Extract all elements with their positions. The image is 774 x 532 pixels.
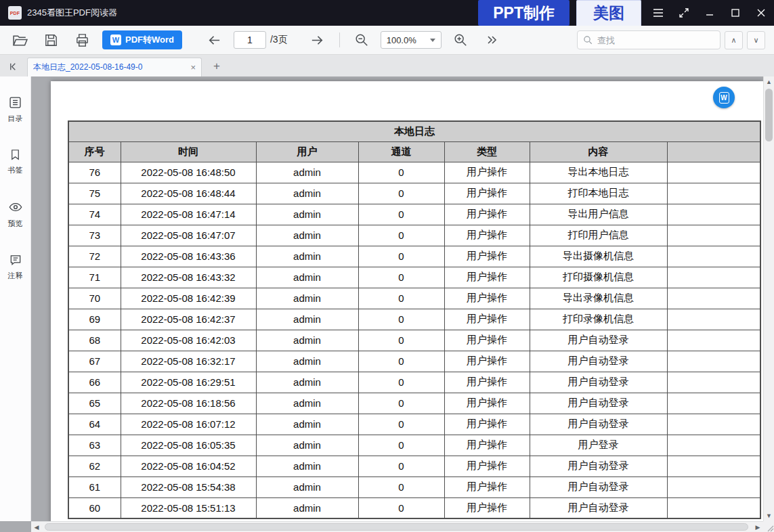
toolbar-divider <box>339 32 340 47</box>
log-cell: admin <box>256 456 358 476</box>
log-cell: admin <box>256 267 358 288</box>
horizontal-scroll-thumb[interactable] <box>45 523 748 531</box>
find-next-button[interactable]: ∨ <box>747 31 765 49</box>
log-cell: 打印摄像机信息 <box>530 267 667 288</box>
zoom-out-button[interactable] <box>351 29 372 51</box>
log-cell: 0 <box>358 162 444 183</box>
log-cell: 用户自动登录 <box>530 393 667 414</box>
meitu-button[interactable]: 美图 <box>576 0 641 26</box>
maximize-button[interactable] <box>723 0 748 26</box>
log-row: 682022-05-08 16:42:03admin0用户操作用户自动登录 <box>68 330 760 351</box>
log-row: 652022-05-08 16:18:56admin0用户操作用户自动登录 <box>68 393 760 414</box>
next-page-button[interactable] <box>307 29 328 51</box>
scroll-right-icon[interactable]: ▶ <box>752 522 763 532</box>
log-cell: 2022-05-08 15:51:13 <box>121 497 256 518</box>
search-input[interactable] <box>597 35 706 45</box>
log-cell: 0 <box>358 330 444 351</box>
zoom-level-dropdown[interactable]: 100.0% <box>381 31 442 49</box>
document-tab[interactable]: 本地日志_2022-05-08-16-49-0 × <box>27 58 202 76</box>
log-cell <box>667 183 760 204</box>
scroll-up-icon[interactable]: ▲ <box>764 76 774 87</box>
new-tab-button[interactable]: + <box>210 60 223 73</box>
log-cell: 用户操作 <box>444 330 530 351</box>
app-logo-icon: PDF <box>8 6 22 20</box>
pdf-to-word-button[interactable]: W PDF转Word <box>102 30 182 49</box>
log-cell: 0 <box>358 246 444 267</box>
scroll-down-icon[interactable]: ▼ <box>764 510 774 521</box>
close-button[interactable] <box>748 0 774 26</box>
log-cell <box>667 414 760 435</box>
more-tools-button[interactable] <box>481 29 502 51</box>
page-number-input[interactable] <box>234 31 266 49</box>
sidebar-item-annotation[interactable]: 注释 <box>8 253 23 281</box>
fullscreen-button[interactable] <box>671 0 697 26</box>
collapse-sidebar-button[interactable] <box>5 59 20 74</box>
open-file-button[interactable] <box>9 29 30 51</box>
sidebar-item-bookmark[interactable]: 书签 <box>8 148 23 175</box>
log-cell: 打印录像机信息 <box>530 309 667 330</box>
scroll-left-icon[interactable]: ◀ <box>31 522 42 532</box>
log-row: 742022-05-08 16:47:14admin0用户操作导出用户信息 <box>68 204 760 225</box>
chevron-down-icon <box>430 39 435 42</box>
column-header <box>667 141 760 162</box>
log-cell: 2022-05-08 16:48:50 <box>121 162 256 183</box>
sidebar-item-preview[interactable]: 预览 <box>8 200 23 229</box>
document-viewport[interactable]: W 本地日志 序号 时间 用户 通道 类型 内容 <box>31 76 763 521</box>
save-button[interactable] <box>40 29 62 51</box>
log-cell: 68 <box>68 330 121 351</box>
comment-icon <box>9 253 22 267</box>
minimize-button[interactable] <box>697 0 723 26</box>
horizontal-scrollbar[interactable]: ◀ ▶ <box>31 521 763 532</box>
log-cell <box>667 351 760 372</box>
print-button[interactable] <box>71 29 93 51</box>
log-cell: 0 <box>358 267 444 288</box>
menu-button[interactable] <box>645 0 671 26</box>
find-previous-button[interactable]: ∧ <box>725 31 743 49</box>
sidebar-item-toc[interactable]: 目录 <box>8 95 23 124</box>
log-cell: 0 <box>358 393 444 414</box>
tab-close-icon[interactable]: × <box>190 62 196 72</box>
log-cell: 导出摄像机信息 <box>530 246 667 267</box>
log-cell: 用户自动登录 <box>530 476 667 497</box>
log-cell: 0 <box>358 456 444 476</box>
log-cell: admin <box>256 204 358 225</box>
vertical-scroll-thumb[interactable] <box>765 89 773 141</box>
log-cell: 打印用户信息 <box>530 225 667 246</box>
column-header: 内容 <box>530 141 667 162</box>
log-cell <box>667 246 760 267</box>
log-cell: admin <box>256 393 358 414</box>
log-cell <box>667 372 760 393</box>
log-cell <box>667 435 760 456</box>
ppt-maker-button[interactable]: PPT制作 <box>478 0 569 26</box>
log-cell: 2022-05-08 16:42:39 <box>121 288 256 309</box>
log-cell <box>667 497 760 518</box>
resize-grip[interactable] <box>763 521 774 532</box>
log-cell: 用户自动登录 <box>530 497 667 518</box>
previous-page-button[interactable] <box>204 29 225 51</box>
column-header: 序号 <box>68 141 121 162</box>
log-cell: 用户操作 <box>444 267 530 288</box>
log-cell: 用户自动登录 <box>530 351 667 372</box>
log-cell: 用户操作 <box>444 162 530 183</box>
log-cell: 打印本地日志 <box>530 183 667 204</box>
column-header: 用户 <box>256 141 358 162</box>
log-cell: 0 <box>358 183 444 204</box>
log-cell: 用户自动登录 <box>530 372 667 393</box>
log-cell: 64 <box>68 414 121 435</box>
vertical-scrollbar[interactable]: ▲ ▼ <box>763 76 774 521</box>
zoom-in-button[interactable] <box>450 29 471 51</box>
page-total-label: /3页 <box>270 34 288 46</box>
pdf-to-word-float-button[interactable]: W <box>713 87 735 108</box>
log-cell: 用户操作 <box>444 476 530 497</box>
log-row: 752022-05-08 16:48:44admin0用户操作打印本地日志 <box>68 183 760 204</box>
log-cell: 73 <box>68 225 121 246</box>
log-cell: 0 <box>358 476 444 497</box>
log-cell: 2022-05-08 16:18:56 <box>121 393 256 414</box>
log-cell: 0 <box>358 497 444 518</box>
log-cell: 2022-05-08 16:05:35 <box>121 435 256 456</box>
column-header: 通道 <box>358 141 444 162</box>
log-cell: 2022-05-08 16:43:36 <box>121 246 256 267</box>
log-cell: 用户操作 <box>444 393 530 414</box>
log-cell: 用户操作 <box>444 456 530 476</box>
log-cell: 61 <box>68 476 121 497</box>
